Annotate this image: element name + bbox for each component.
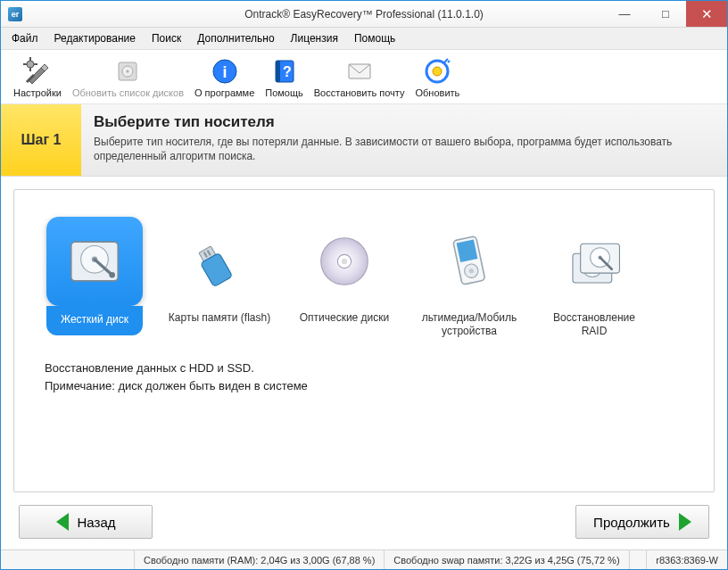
media-description: Восстановление данных c HDD и SSD. Приме…	[45, 359, 687, 394]
svg-point-15	[109, 272, 115, 278]
arrow-right-icon	[679, 513, 691, 531]
close-button[interactable]: ✕	[686, 1, 727, 27]
status-swap: Свободно swap памяти: 3,22G из 4,25G (75…	[385, 550, 629, 569]
menu-edit[interactable]: Редактирование	[47, 29, 143, 47]
status-build: r8363:8369-W	[646, 550, 727, 569]
toolbar-update-label: Обновить	[416, 87, 460, 98]
update-icon	[423, 57, 451, 86]
raid-icon	[546, 217, 642, 306]
toolbar-help-label: Помощь	[265, 87, 303, 98]
media-mobile-label: льтимедиа/Мобиль устройства	[416, 311, 523, 338]
media-flash-label: Карты памяти (flash)	[169, 311, 270, 338]
media-mobile[interactable]: льтимедиа/Мобиль устройства	[416, 217, 523, 338]
toolbar-refresh-disks-label: Обновить список дисков	[72, 87, 184, 98]
media-hdd-label: Жесткий диск	[46, 306, 143, 335]
settings-icon	[23, 57, 52, 86]
help-icon: ?	[270, 57, 299, 86]
toolbar-about-label: О программе	[194, 87, 254, 98]
disk-refresh-icon	[113, 57, 142, 86]
toolbar-about[interactable]: i О программе	[189, 55, 260, 102]
toolbar-help[interactable]: ? Помощь	[260, 55, 309, 102]
optical-icon	[296, 217, 393, 306]
status-bar: Свободно памяти (RAM): 2,04G из 3,00G (6…	[1, 549, 727, 569]
toolbar-refresh-disks[interactable]: Обновить список дисков	[67, 55, 189, 102]
mobile-icon	[421, 217, 517, 306]
status-spacer	[1, 550, 135, 569]
toolbar-recover-mail[interactable]: Восстановить почту	[309, 55, 410, 102]
svg-text:i: i	[222, 63, 227, 81]
step-badge: Шаг 1	[1, 104, 81, 176]
svg-point-3	[127, 70, 129, 73]
media-description-line1: Восстановление данных c HDD и SSD.	[45, 359, 687, 377]
media-flash[interactable]: Карты памяти (flash)	[166, 217, 273, 338]
media-raid[interactable]: Восстановление RAID	[541, 217, 648, 338]
minimize-button[interactable]: —	[604, 1, 645, 27]
menu-help[interactable]: Помощь	[347, 29, 402, 47]
next-button[interactable]: Продолжить	[575, 505, 709, 539]
toolbar: Настройки Обновить список дисков i О про…	[1, 50, 727, 104]
toolbar-recover-mail-label: Восстановить почту	[314, 87, 405, 98]
menu-search[interactable]: Поиск	[145, 29, 188, 47]
step-title: Выберите тип носителя	[94, 113, 715, 131]
flash-icon	[171, 217, 268, 306]
svg-point-22	[342, 259, 348, 265]
mail-icon	[345, 57, 374, 86]
svg-point-11	[433, 67, 442, 76]
info-icon: i	[211, 57, 239, 86]
arrow-left-icon	[56, 513, 69, 531]
toolbar-settings-label: Настройки	[13, 87, 62, 98]
menu-extra[interactable]: Дополнительно	[190, 29, 281, 47]
toolbar-update[interactable]: Обновить	[410, 55, 466, 102]
media-type-panel: Жесткий диск Карты памяти (flash) Оптиче…	[13, 189, 715, 492]
media-optical[interactable]: Оптические диски	[291, 217, 398, 338]
media-optical-label: Оптические диски	[300, 311, 390, 338]
media-description-line2: Примечание: диск должен быть виден в сис…	[45, 377, 687, 395]
svg-text:?: ?	[283, 64, 292, 79]
step-subtitle: Выберите тип носителя, где вы потеряли д…	[94, 135, 715, 163]
svg-rect-7	[276, 61, 280, 82]
menu-file[interactable]: Файл	[4, 29, 46, 47]
menu-bar: Файл Редактирование Поиск Дополнительно …	[1, 28, 727, 50]
app-icon: er	[8, 7, 22, 21]
back-button[interactable]: Назад	[19, 505, 153, 539]
window-titlebar: er Ontrack® EasyRecovery™ Professional (…	[1, 1, 727, 28]
hdd-icon	[46, 217, 143, 306]
menu-license[interactable]: Лицензия	[284, 29, 345, 47]
back-button-label: Назад	[78, 515, 116, 530]
status-ram: Свободно памяти (RAM): 2,04G из 3,00G (6…	[135, 550, 385, 569]
svg-point-0	[27, 61, 34, 68]
step-header: Шаг 1 Выберите тип носителя Выберите тип…	[1, 104, 727, 177]
maximize-button[interactable]: □	[645, 1, 686, 27]
media-raid-label: Восстановление RAID	[541, 311, 648, 338]
media-hdd[interactable]: Жесткий диск	[41, 217, 148, 338]
toolbar-settings[interactable]: Настройки	[8, 55, 67, 102]
next-button-label: Продолжить	[593, 515, 670, 530]
